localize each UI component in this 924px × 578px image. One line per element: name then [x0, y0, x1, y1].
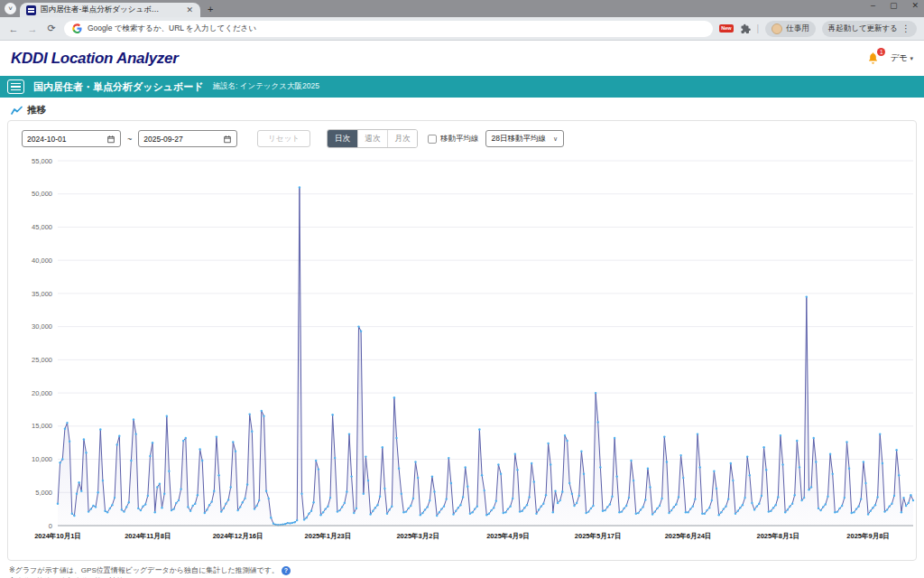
user-menu-label: デモ [890, 52, 907, 62]
date-to-value: 2025-09-27 [143, 135, 182, 144]
svg-text:10,000: 10,000 [32, 455, 52, 463]
trend-line-icon [11, 106, 23, 116]
url-bar[interactable]: Google で検索するか、URL を入力してください [64, 21, 713, 37]
toolbar-divider: | [757, 23, 760, 33]
svg-text:5,000: 5,000 [35, 489, 52, 497]
browser-tab[interactable]: 国内居住者-単点分析ダッシュボ… ✕ [20, 3, 200, 17]
moving-average-label: 移動平均線 [440, 134, 479, 144]
dashboard-title: 国内居住者・単点分析ダッシュボード [33, 80, 204, 94]
chrome-menu-icon[interactable]: ⋮ [901, 23, 910, 33]
svg-text:2025年9月8日: 2025年9月8日 [846, 532, 890, 540]
svg-text:2025年8月1日: 2025年8月1日 [757, 532, 800, 540]
reset-button[interactable]: リセット [257, 130, 310, 147]
svg-text:2025年3月2日: 2025年3月2日 [396, 532, 439, 540]
svg-text:2024年11月8日: 2024年11月8日 [125, 532, 171, 540]
avatar [772, 23, 782, 34]
moving-average-checkbox[interactable] [428, 135, 437, 144]
calendar-icon[interactable] [106, 135, 116, 144]
svg-text:2025年6月24日: 2025年6月24日 [665, 532, 712, 540]
svg-text:15,000: 15,000 [32, 422, 52, 430]
chevron-down-icon: ∨ [553, 135, 558, 143]
google-g-icon [72, 23, 82, 33]
svg-text:45,000: 45,000 [32, 223, 52, 231]
svg-text:35,000: 35,000 [32, 290, 52, 298]
svg-text:30,000: 30,000 [32, 322, 52, 331]
date-from-value: 2024-10-01 [27, 135, 66, 144]
new-extension-icon[interactable]: New [719, 24, 733, 33]
app-header: KDDI Location Analyzer 1 デモ ▾ [0, 41, 924, 76]
svg-text:2024年12月16日: 2024年12月16日 [213, 532, 263, 540]
tab-title: 国内居住者-単点分析ダッシュボ… [41, 5, 180, 15]
svg-text:25,000: 25,000 [32, 356, 52, 364]
kddi-logo: KDDI Location Analyzer [11, 50, 178, 68]
browser-frame: ˅ 国内居住者-単点分析ダッシュボ… ✕ + – ▢ ✕ [0, 0, 924, 17]
svg-text:2025年4月9日: 2025年4月9日 [486, 532, 530, 540]
new-tab-button[interactable]: + [208, 4, 213, 14]
svg-text:2024年10月1日: 2024年10月1日 [34, 532, 81, 540]
user-menu[interactable]: デモ ▾ [890, 52, 913, 64]
svg-text:2025年1月23日: 2025年1月23日 [305, 532, 352, 540]
window-maximize-button[interactable]: ▢ [890, 1, 898, 10]
profile-label: 仕事用 [786, 23, 809, 34]
footer-notes: ※グラフが示す値は、GPS位置情報ビッグデータから独自に集計した推測値です。 ?… [0, 561, 924, 578]
extensions-puzzle-icon[interactable] [740, 23, 751, 34]
trend-chart[interactable]: 05,00010,00015,00020,00025,00030,00035,0… [14, 152, 919, 555]
tab-close-icon[interactable]: ✕ [185, 5, 194, 14]
section-title: 推移 [27, 104, 46, 117]
svg-text:20,000: 20,000 [32, 389, 52, 397]
url-placeholder: Google で検索するか、URL を入力してください [88, 23, 256, 34]
moving-average-select[interactable]: 28日移動平均線 ∨ [485, 130, 565, 147]
calendar-icon[interactable] [223, 135, 232, 144]
svg-text:0: 0 [49, 522, 52, 530]
window-minimize-button[interactable]: – [871, 1, 875, 10]
back-icon[interactable]: ← [7, 23, 20, 34]
window-close-button[interactable]: ✕ [911, 1, 919, 10]
date-to-input[interactable]: 2025-09-27 [138, 130, 237, 147]
tab-search-icon[interactable]: ˅ [5, 3, 16, 14]
dashboard-navbar: 国内居住者・単点分析ダッシュボード 施設名: インテックス大阪2025 [0, 76, 924, 98]
trend-panel: 2024-10-01 ~ 2025-09-27 リセット 日次 週次 月次 移動… [7, 120, 917, 561]
granularity-daily-button[interactable]: 日次 [328, 130, 357, 147]
range-separator: ~ [127, 135, 132, 144]
moving-average-select-value: 28日移動平均線 [492, 134, 546, 144]
granularity-monthly-button[interactable]: 月次 [387, 130, 417, 147]
reload-icon[interactable]: ⟳ [45, 23, 58, 34]
profile-chip[interactable]: 仕事用 [765, 21, 816, 37]
browser-toolbar: ← → ⟳ Google で検索するか、URL を入力してください New | … [0, 17, 924, 41]
hamburger-menu-icon[interactable] [7, 79, 24, 94]
site-favicon-icon [26, 5, 36, 15]
svg-text:40,000: 40,000 [32, 256, 52, 265]
date-from-input[interactable]: 2024-10-01 [22, 130, 121, 147]
svg-text:50,000: 50,000 [32, 190, 52, 198]
svg-text:2025年5月17日: 2025年5月17日 [575, 532, 622, 540]
footer-note-1: ※グラフが示す値は、GPS位置情報ビッグデータから独自に集計した推測値です。 [9, 565, 279, 576]
chevron-down-icon: ▾ [910, 55, 913, 61]
notification-count-badge: 1 [877, 48, 885, 56]
granularity-weekly-button[interactable]: 週次 [357, 130, 387, 147]
help-icon[interactable]: ? [282, 566, 291, 575]
granularity-toggle: 日次 週次 月次 [327, 129, 418, 148]
facility-name: 施設名: インテックス大阪2025 [213, 81, 319, 92]
update-label: 再起動して更新する [828, 23, 898, 34]
forward-icon[interactable]: → [26, 23, 39, 34]
svg-text:55,000: 55,000 [32, 157, 52, 165]
notification-bell[interactable]: 1 [866, 51, 881, 66]
update-chrome-button[interactable]: 再起動して更新する ⋮ [822, 21, 917, 37]
